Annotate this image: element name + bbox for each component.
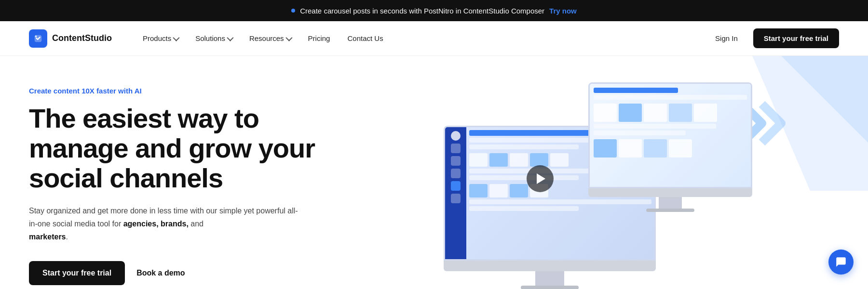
mock-secondary-card2 xyxy=(619,104,642,122)
hero-content: Create content 10X faster with AI The ea… xyxy=(29,87,357,285)
mock-content-secondary xyxy=(590,84,751,187)
nav-products-label: Products xyxy=(143,34,171,42)
nav-contact-label: Contact Us xyxy=(347,34,383,42)
navbar-cta-button[interactable]: Start your free trial xyxy=(753,28,839,48)
play-button[interactable] xyxy=(527,165,554,192)
announcement-link[interactable]: Try now xyxy=(549,7,577,15)
sidebar-dot5 xyxy=(451,194,461,203)
hero-desc-end: . xyxy=(66,233,68,241)
nav-item-contact[interactable]: Contact Us xyxy=(339,30,391,46)
mock-card1 xyxy=(469,153,488,167)
monitor-stand-secondary xyxy=(659,197,682,209)
nav-right: Sign In Start your free trial xyxy=(707,28,839,48)
mock-card6 xyxy=(469,184,488,197)
mock-secondary-row2 xyxy=(594,95,747,100)
chevron-down-icon xyxy=(285,34,292,41)
svg-point-0 xyxy=(35,35,37,37)
monitor-body-main xyxy=(444,261,656,271)
mock-content-row3 xyxy=(469,144,579,149)
mock-secondary-row3 xyxy=(594,124,716,129)
nav-item-resources[interactable]: Resources xyxy=(242,30,298,46)
mock-secondary-card6 xyxy=(594,139,617,158)
mock-sidebar xyxy=(445,127,466,259)
mock-content-row5 xyxy=(469,175,579,180)
chat-icon xyxy=(835,256,847,268)
announcement-text: Create carousel posts in seconds with Po… xyxy=(300,7,544,15)
nav-pricing-label: Pricing xyxy=(308,34,330,42)
sidebar-dot4 xyxy=(451,181,461,191)
hero-tagline: Create content 10X faster with AI xyxy=(29,87,357,95)
navbar: ContentStudio Products Solutions Resourc… xyxy=(0,21,868,56)
sidebar-dot3 xyxy=(451,169,461,178)
mock-content-row7 xyxy=(469,206,579,211)
announcement-dot xyxy=(291,9,295,13)
monitor-base-main xyxy=(521,286,579,289)
mock-card3 xyxy=(510,153,528,167)
mock-card4 xyxy=(530,153,548,167)
monitor-screen-secondary xyxy=(588,82,752,188)
mock-secondary-card5 xyxy=(694,104,717,122)
mock-secondary-card3 xyxy=(644,104,667,122)
mock-secondary-row4 xyxy=(594,131,686,135)
play-icon xyxy=(537,173,545,184)
sidebar-dot1 xyxy=(451,144,461,153)
mock-card8 xyxy=(510,184,528,197)
mock-secondary-card7 xyxy=(619,139,642,158)
mock-secondary-card9 xyxy=(669,139,692,158)
mock-secondary-grid xyxy=(594,104,747,122)
nav-item-solutions[interactable]: Solutions xyxy=(188,30,240,46)
logo[interactable]: ContentStudio xyxy=(29,29,112,48)
hero-cta-secondary[interactable]: Book a demo xyxy=(136,261,185,285)
announcement-bar: Create carousel posts in seconds with Po… xyxy=(0,0,868,21)
monitor-body-secondary xyxy=(588,188,752,197)
monitor-stand-main xyxy=(535,271,564,286)
logo-text: ContentStudio xyxy=(52,33,112,43)
mock-card5 xyxy=(550,153,569,167)
monitor-base-secondary xyxy=(646,209,694,212)
chevron-down-icon xyxy=(227,34,233,41)
hero-visual xyxy=(357,75,839,289)
mock-card2 xyxy=(489,153,508,167)
hero-desc-and: and xyxy=(189,220,203,228)
mock-ui-secondary xyxy=(590,84,751,187)
hero-desc-bold1: agencies, xyxy=(123,220,159,228)
mock-content-row1 xyxy=(469,130,597,136)
hero-desc-bold3: marketers xyxy=(29,233,66,241)
monitor-secondary xyxy=(588,82,752,212)
sidebar-logo-dot xyxy=(451,131,461,141)
mock-secondary-grid2 xyxy=(594,139,747,158)
chat-widget[interactable] xyxy=(828,250,854,275)
logo-icon xyxy=(29,29,47,48)
chevron-down-icon xyxy=(173,34,180,41)
hero-desc-bold2: brands, xyxy=(161,220,189,228)
screens-container xyxy=(444,82,752,289)
hero-section: Create content 10X faster with AI The ea… xyxy=(0,56,868,289)
hero-cta-primary[interactable]: Start your free trial xyxy=(29,261,125,285)
mock-secondary-card1 xyxy=(594,104,617,122)
nav-item-pricing[interactable]: Pricing xyxy=(300,30,338,46)
nav-solutions-label: Solutions xyxy=(195,34,225,42)
hero-headline: The easiest way to manage and grow your … xyxy=(29,104,357,193)
mock-secondary-card8 xyxy=(644,139,667,158)
sidebar-dot2 xyxy=(451,156,461,166)
mock-secondary-row1 xyxy=(594,88,678,93)
hero-description: Stay organized and get more done in less… xyxy=(29,204,299,244)
nav-links: Products Solutions Resources Pricing Con… xyxy=(135,30,707,46)
mock-card7 xyxy=(489,184,508,197)
mock-secondary-card4 xyxy=(669,104,692,122)
nav-resources-label: Resources xyxy=(249,34,284,42)
sign-in-button[interactable]: Sign In xyxy=(707,30,746,46)
hero-buttons: Start your free trial Book a demo xyxy=(29,261,357,285)
nav-item-products[interactable]: Products xyxy=(135,30,186,46)
